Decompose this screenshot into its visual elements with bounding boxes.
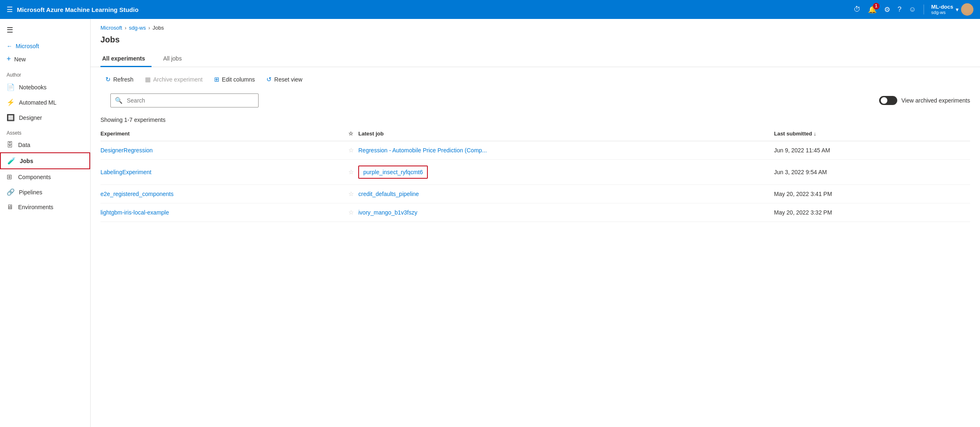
sidebar-item-designer[interactable]: 🔲 Designer — [0, 110, 90, 125]
cell-latest-job-3: credit_defaults_pipeline — [358, 185, 774, 203]
refresh-label: Refresh — [113, 76, 133, 83]
plus-icon: + — [7, 55, 11, 63]
highlighted-job-link[interactable]: purple_insect_ryfqcmt6 — [358, 166, 428, 179]
sidebar-item-designer-label: Designer — [19, 114, 42, 121]
edit-columns-label: Edit columns — [222, 76, 255, 83]
search-input[interactable] — [127, 94, 258, 107]
table-row: e2e_registered_components ☆ credit_defau… — [100, 185, 970, 203]
cell-experiment-3: e2e_registered_components — [100, 185, 343, 203]
sidebar-item-components[interactable]: ⊞ Components — [0, 169, 90, 184]
main-content: Microsoft › sdg-ws › Jobs Jobs All exper… — [91, 19, 980, 427]
cell-fav-1: ☆ — [343, 141, 358, 160]
new-button[interactable]: + New — [0, 51, 90, 67]
author-section-label: Author — [0, 67, 90, 79]
col-last-submitted: Last submitted ↓ — [774, 126, 970, 141]
cell-latest-job-1: Regression - Automobile Price Prediction… — [358, 141, 774, 160]
settings-icon[interactable]: ⚙ — [884, 5, 890, 14]
tab-all-jobs[interactable]: All jobs — [161, 51, 188, 67]
sidebar-item-automated-ml[interactable]: ⚡ Automated ML — [0, 95, 90, 110]
experiment-link-3[interactable]: e2e_registered_components — [100, 191, 173, 197]
sidebar-item-notebooks[interactable]: 📄 Notebooks — [0, 79, 90, 95]
job-link-4[interactable]: ivory_mango_b1v3fszy — [358, 209, 417, 216]
sidebar-item-data[interactable]: 🗄 Data — [0, 138, 90, 152]
search-toggle-row: 🔍 View archived experiments — [91, 90, 980, 113]
experiment-link-2[interactable]: LabelingExperiment — [100, 169, 152, 175]
breadcrumb-sep-1: › — [125, 25, 126, 31]
notification-icon[interactable]: 🔔 1 — [868, 5, 877, 14]
cell-latest-job-2: purple_insect_ryfqcmt6 — [358, 160, 774, 185]
tab-all-experiments[interactable]: All experiments — [100, 51, 152, 67]
favorite-icon-1[interactable]: ☆ — [348, 147, 354, 154]
cell-fav-3: ☆ — [343, 185, 358, 203]
table-row: LabelingExperiment ☆ purple_insect_ryfqc… — [100, 160, 970, 185]
designer-icon: 🔲 — [7, 114, 15, 121]
reset-view-button[interactable]: ↺ Reset view — [261, 73, 307, 86]
job-link-1[interactable]: Regression - Automobile Price Prediction… — [358, 147, 487, 154]
feedback-icon[interactable]: ☺ — [909, 5, 916, 14]
reset-view-icon: ↺ — [266, 76, 272, 83]
page-title: Jobs — [91, 35, 980, 51]
showing-text: Showing 1-7 experiments — [91, 113, 980, 126]
toolbar: ↻ Refresh ▦ Archive experiment ⊞ Edit co… — [91, 67, 980, 90]
refresh-button[interactable]: ↻ Refresh — [100, 73, 138, 86]
cell-last-submitted-1: Jun 9, 2022 11:45 AM — [774, 141, 970, 160]
assets-section-label: Assets — [0, 125, 90, 138]
favorite-icon-3[interactable]: ☆ — [348, 190, 354, 197]
user-info: ML-docs sdg-ws — [931, 4, 953, 16]
topbar: ☰ Microsoft Azure Machine Learning Studi… — [0, 0, 980, 19]
main-layout: ☰ ← Microsoft + New Author 📄 Notebooks ⚡… — [0, 19, 980, 427]
new-label: New — [14, 56, 26, 63]
user-name: ML-docs — [931, 4, 953, 10]
cell-fav-2: ☆ — [343, 160, 358, 185]
environments-icon: 🖥 — [7, 203, 14, 211]
user-workspace: sdg-ws — [931, 10, 953, 15]
cell-last-submitted-4: May 20, 2022 3:32 PM — [774, 203, 970, 222]
sidebar-back[interactable]: ← Microsoft — [0, 40, 90, 51]
col-latest-job: Latest job — [358, 126, 774, 141]
breadcrumb-microsoft[interactable]: Microsoft — [100, 25, 122, 31]
archive-icon: ▦ — [145, 76, 151, 83]
view-archived-toggle[interactable] — [879, 96, 897, 105]
table-row: DesignerRegression ☆ Regression - Automo… — [100, 141, 970, 160]
back-arrow-icon: ← — [7, 43, 12, 49]
jobs-icon: 🧪 — [7, 157, 16, 165]
topbar-left: ☰ Microsoft Azure Machine Learning Studi… — [7, 5, 138, 14]
avatar — [961, 3, 973, 16]
table-row: lightgbm-iris-local-example ☆ ivory_mang… — [100, 203, 970, 222]
sidebar-item-jobs[interactable]: 🧪 Jobs — [0, 152, 90, 169]
sidebar-item-pipelines[interactable]: 🔗 Pipelines — [0, 184, 90, 200]
tabs: All experiments All jobs — [91, 51, 980, 67]
job-link-3[interactable]: credit_defaults_pipeline — [358, 191, 419, 197]
toggle-knob — [881, 97, 887, 104]
user-menu[interactable]: ML-docs sdg-ws ▾ — [931, 3, 973, 16]
col-fav: ☆ — [343, 126, 358, 141]
notebooks-icon: 📄 — [7, 83, 15, 91]
favorite-icon-2[interactable]: ☆ — [348, 168, 354, 175]
sidebar-item-jobs-label: Jobs — [20, 158, 33, 164]
breadcrumb-sdg-ws[interactable]: sdg-ws — [129, 25, 146, 31]
cell-fav-4: ☆ — [343, 203, 358, 222]
data-icon: 🗄 — [7, 141, 14, 149]
sidebar: ☰ ← Microsoft + New Author 📄 Notebooks ⚡… — [0, 19, 91, 427]
help-icon[interactable]: ? — [898, 5, 901, 14]
edit-columns-button[interactable]: ⊞ Edit columns — [209, 73, 260, 86]
hamburger-icon[interactable]: ☰ — [7, 5, 13, 14]
topbar-divider — [924, 5, 924, 14]
breadcrumb: Microsoft › sdg-ws › Jobs — [91, 19, 980, 35]
experiment-link-1[interactable]: DesignerRegression — [100, 147, 153, 154]
sidebar-hamburger-icon[interactable]: ☰ — [0, 22, 90, 40]
search-icon: 🔍 — [111, 97, 127, 104]
avatar-image — [961, 3, 973, 16]
archive-label: Archive experiment — [153, 76, 203, 83]
archive-experiment-button[interactable]: ▦ Archive experiment — [140, 73, 208, 86]
notification-badge: 1 — [873, 3, 880, 9]
sidebar-item-environments[interactable]: 🖥 Environments — [0, 200, 90, 215]
sidebar-item-environments-label: Environments — [18, 204, 54, 210]
cell-last-submitted-3: May 20, 2022 3:41 PM — [774, 185, 970, 203]
experiment-link-4[interactable]: lightgbm-iris-local-example — [100, 209, 169, 216]
cell-experiment-1: DesignerRegression — [100, 141, 343, 160]
sidebar-item-components-label: Components — [18, 174, 51, 180]
sidebar-item-notebooks-label: Notebooks — [19, 84, 47, 91]
favorite-icon-4[interactable]: ☆ — [348, 209, 354, 216]
history-icon[interactable]: ⏱ — [854, 5, 861, 14]
